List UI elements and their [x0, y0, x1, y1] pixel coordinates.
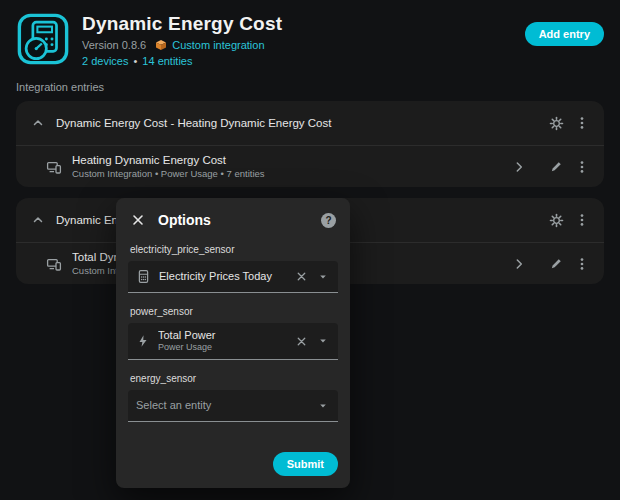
entry-header[interactable]: Dynamic Energy Cost - Heating Dynamic En…: [16, 101, 604, 145]
device-text: Heating Dynamic Energy Cost Custom Integ…: [72, 153, 501, 180]
selected-entity-label: Total Power: [158, 329, 287, 343]
close-icon[interactable]: [130, 212, 146, 228]
selected-entity-label: Electricity Prices Today: [159, 270, 287, 284]
selected-entity-subtitle: Power Usage: [158, 342, 287, 353]
dialog-header: Options ?: [130, 212, 336, 228]
version-label: Version 0.8.6: [82, 39, 146, 51]
chevron-up-icon[interactable]: [30, 115, 46, 131]
caret-down-icon[interactable]: [316, 334, 330, 348]
caret-down-icon[interactable]: [316, 399, 330, 413]
overflow-menu-icon[interactable]: [574, 256, 590, 272]
header-text: Dynamic Energy Cost Version 0.8.6 Custom…: [82, 12, 525, 71]
integration-page: Dynamic Energy Cost Version 0.8.6 Custom…: [0, 0, 620, 500]
field-power-sensor: power_sensor Total Power Power Usage: [128, 306, 338, 360]
edit-pencil-icon[interactable]: [549, 159, 564, 174]
device-row[interactable]: Heating Dynamic Energy Cost Custom Integ…: [16, 145, 604, 187]
clear-icon[interactable]: [295, 270, 308, 283]
options-dialog: Options ? electricity_price_sensor Elect…: [116, 198, 350, 488]
energy-sensor-select[interactable]: Select an entity: [128, 390, 338, 422]
entry-card-heating: Dynamic Energy Cost - Heating Dynamic En…: [16, 101, 604, 187]
page-title: Dynamic Energy Cost: [82, 13, 525, 35]
dialog-title: Options: [158, 212, 309, 228]
edit-pencil-icon[interactable]: [549, 256, 564, 271]
chevron-right-icon[interactable]: [511, 256, 527, 272]
overflow-menu-icon[interactable]: [574, 212, 590, 228]
devices-link[interactable]: 2 devices: [82, 55, 128, 67]
integration-logo-icon: [16, 12, 70, 66]
caret-down-icon[interactable]: [316, 270, 330, 284]
field-label: power_sensor: [130, 306, 336, 317]
chevron-up-icon[interactable]: [30, 212, 46, 228]
entry-title: Dynamic Energy Cost - Heating Dynamic En…: [56, 117, 539, 129]
entities-link[interactable]: 14 entities: [142, 55, 192, 67]
custom-integration-link[interactable]: Custom integration: [172, 39, 264, 51]
flash-icon: [136, 334, 150, 348]
field-electricity-price-sensor: electricity_price_sensor Electricity Pri…: [128, 244, 338, 293]
settings-gear-icon[interactable]: [549, 213, 564, 228]
chevron-right-icon[interactable]: [511, 159, 527, 175]
field-label: electricity_price_sensor: [130, 244, 336, 255]
integration-header: Dynamic Energy Cost Version 0.8.6 Custom…: [16, 12, 604, 71]
help-icon[interactable]: ?: [321, 213, 336, 228]
electricity-price-sensor-select[interactable]: Electricity Prices Today: [128, 261, 338, 293]
calculator-icon: [136, 269, 151, 284]
device-name: Heating Dynamic Energy Cost: [72, 153, 501, 168]
add-entry-button[interactable]: Add entry: [525, 22, 604, 46]
clear-icon[interactable]: [295, 335, 308, 348]
field-energy-sensor: energy_sensor Select an entity: [128, 373, 338, 422]
device-icon: [46, 159, 62, 175]
settings-gear-icon[interactable]: [549, 116, 564, 131]
overflow-menu-icon[interactable]: [574, 159, 590, 175]
package-icon: [155, 39, 167, 51]
power-sensor-select[interactable]: Total Power Power Usage: [128, 323, 338, 360]
select-placeholder: Select an entity: [136, 399, 308, 413]
overflow-menu-icon[interactable]: [574, 115, 590, 131]
device-subtitle: Custom Integration • Power Usage • 7 ent…: [72, 168, 501, 180]
submit-button[interactable]: Submit: [273, 452, 338, 476]
integration-entries-label: Integration entries: [16, 81, 604, 93]
device-icon: [46, 256, 62, 272]
field-label: energy_sensor: [130, 373, 336, 384]
separator-dot: •: [133, 55, 137, 67]
